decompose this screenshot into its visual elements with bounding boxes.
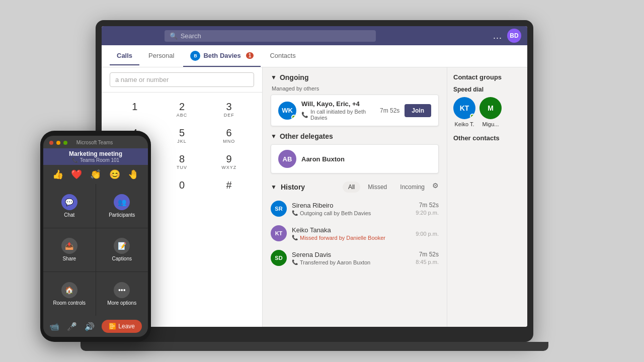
dot-red xyxy=(49,141,53,145)
right-sidebar: Contact groups Speed dial KT Keiko T. M xyxy=(447,67,527,327)
delegates-collapse-icon[interactable]: ▼ xyxy=(271,133,277,140)
speed-dial-row: KT Keiko T. M Migu... xyxy=(453,97,521,127)
phone-title-bar: Marketing meeting 📞 Teams Room 101 xyxy=(43,148,148,165)
dial-num-5: 5 xyxy=(179,127,185,139)
join-button[interactable]: Join xyxy=(405,104,431,117)
call-right: 7m 52s Join xyxy=(380,104,431,117)
speed-dial-miguel[interactable]: M Migu... xyxy=(479,97,502,127)
phone-btn-captions[interactable]: 📝 Captions xyxy=(96,228,148,272)
history-info-0: Sirena Ribeiro 📞 Outgoing call by Beth D… xyxy=(292,202,411,216)
status-dot-green xyxy=(291,115,296,120)
main-content: 1 2 ABC 3 DEF 4 GHI xyxy=(102,67,527,327)
dial-key-0[interactable]: 0 xyxy=(159,175,205,195)
dial-num-6: 6 xyxy=(226,127,232,139)
tab-contacts[interactable]: Contacts xyxy=(263,47,302,65)
chat-label: Chat xyxy=(64,212,74,218)
delegate-avatar: AB xyxy=(278,150,296,168)
history-name-1: Keiko Tanaka xyxy=(292,226,411,234)
reaction-thumbsup[interactable]: 👍 xyxy=(52,169,63,180)
dial-letters-3: DEF xyxy=(224,113,234,118)
tab-beth-davies[interactable]: B Beth Davies 1 xyxy=(183,46,261,67)
other-contacts-title: Other contacts xyxy=(453,134,521,142)
dial-key-3[interactable]: 3 DEF xyxy=(206,97,252,122)
dot-green xyxy=(63,141,67,145)
laptop-base xyxy=(80,342,548,351)
header-right: ... BD xyxy=(493,29,521,43)
dial-key-8[interactable]: 8 TUV xyxy=(159,149,205,174)
phone-screen: Microsoft Teams Marketing meeting 📞 Team… xyxy=(43,136,148,337)
phone-call-title: Marketing meeting xyxy=(43,150,148,157)
laptop-frame: 🔍 ... BD Calls Personal B Beth Davies 1 … xyxy=(96,20,533,342)
filter-all[interactable]: All xyxy=(343,182,360,193)
speed-dial-name-keiko: Keiko T. xyxy=(455,121,474,127)
dial-letters-8: TUV xyxy=(177,165,187,170)
dial-num-8: 8 xyxy=(179,153,185,165)
tab-calls[interactable]: Calls xyxy=(110,47,139,65)
speaker-icon[interactable]: 🔊 xyxy=(85,322,95,331)
reaction-heart[interactable]: ❤️ xyxy=(71,169,82,180)
participants-icon: 👥 xyxy=(114,194,130,210)
dial-num-1: 1 xyxy=(132,101,137,113)
speed-dial-avatar-miguel: M xyxy=(479,97,502,119)
history-right-0: 7m 52s 9:20 p.m. xyxy=(416,202,439,216)
phone-buttons-grid: 💬 Chat 👥 Participants 📤 Share 📝 Captions… xyxy=(43,184,148,316)
filter-options-icon[interactable]: ⚙ xyxy=(432,182,439,193)
call-name: Will, Kayo, Eric, +4 xyxy=(301,100,375,108)
reaction-raise[interactable]: 🤚 xyxy=(128,169,139,180)
name-number-input[interactable] xyxy=(110,72,254,87)
teams-header: 🔍 ... BD xyxy=(102,26,527,45)
leave-button[interactable]: 📴 Leave xyxy=(102,320,142,333)
video-icon[interactable]: 📹 xyxy=(49,322,59,331)
dial-key-9[interactable]: 9 WXYZ xyxy=(206,149,252,174)
speed-dial-keiko[interactable]: KT Keiko T. xyxy=(453,97,475,127)
reaction-clap[interactable]: 👏 xyxy=(90,169,101,180)
delegate-card: AB Aaron Buxton xyxy=(271,144,439,173)
speed-dial-name-miguel: Migu... xyxy=(482,121,499,127)
mic-icon[interactable]: 🎤 xyxy=(67,322,77,331)
contact-groups-title: Contact groups xyxy=(453,73,521,81)
reaction-smile[interactable]: 😊 xyxy=(109,169,120,180)
dial-num-hash: # xyxy=(226,179,232,191)
dial-key-6[interactable]: 6 MNO xyxy=(206,123,252,148)
delegate-info: Aaron Buxton xyxy=(301,155,431,163)
history-name-2: Serena Davis xyxy=(292,251,411,258)
history-collapse-icon[interactable]: ▼ xyxy=(271,184,277,191)
user-avatar[interactable]: BD xyxy=(507,29,521,43)
ongoing-collapse-icon[interactable]: ▼ xyxy=(271,74,277,81)
history-avatar-1: KT xyxy=(271,225,287,241)
history-item-1: KT Keiko Tanaka 📞 Missed forward by Dani… xyxy=(271,221,439,246)
dial-key-1[interactable]: 1 xyxy=(112,97,158,122)
history-sub-1: 📞 Missed forward by Danielle Booker xyxy=(292,235,411,241)
speed-dial-title: Speed dial xyxy=(453,86,521,93)
delegate-name: Aaron Buxton xyxy=(301,155,431,163)
filter-missed[interactable]: Missed xyxy=(362,182,392,193)
search-bar[interactable]: 🔍 xyxy=(165,30,376,42)
phone-brand: Microsoft Teams xyxy=(76,140,113,145)
history-info-1: Keiko Tanaka 📞 Missed forward by Daniell… xyxy=(292,226,411,241)
delegates-title: Other delegates xyxy=(280,132,333,140)
more-options-icon[interactable]: ... xyxy=(493,31,502,41)
history-section-header: ▼ History All Missed Incoming ⚙ xyxy=(271,182,439,193)
history-right-1: 9:00 p.m. xyxy=(416,230,439,237)
dial-key-2[interactable]: 2 ABC xyxy=(159,97,205,122)
ongoing-title: Ongoing xyxy=(280,73,309,81)
participants-label: Participants xyxy=(109,212,135,218)
tab-personal[interactable]: Personal xyxy=(141,47,181,65)
dial-num-9: 9 xyxy=(226,153,232,165)
phone-btn-participants[interactable]: 👥 Participants xyxy=(96,184,148,228)
phone-btn-share[interactable]: 📤 Share xyxy=(43,228,96,272)
keiko-status-dot xyxy=(470,114,475,119)
delegates-section-header: ▼ Other delegates xyxy=(271,132,439,140)
history-avatar-0: SR xyxy=(271,201,287,217)
phone-btn-more-options[interactable]: ••• More options xyxy=(96,272,148,316)
call-phone-icon: 📞 xyxy=(301,112,308,118)
dial-key-5[interactable]: 5 JKL xyxy=(159,123,205,148)
phone-btn-chat[interactable]: 💬 Chat xyxy=(43,184,96,228)
filter-incoming[interactable]: Incoming xyxy=(394,182,430,193)
phone-btn-room-controls[interactable]: 🏠 Room controls xyxy=(43,272,96,316)
more-options-dots-icon: ••• xyxy=(114,282,130,298)
dial-key-hash[interactable]: # xyxy=(206,175,252,195)
ongoing-call-card: WK Will, Kayo, Eric, +4 📞 In call initia… xyxy=(271,95,439,126)
search-input[interactable] xyxy=(181,32,371,40)
laptop-screen: 🔍 ... BD Calls Personal B Beth Davies 1 … xyxy=(102,26,527,327)
